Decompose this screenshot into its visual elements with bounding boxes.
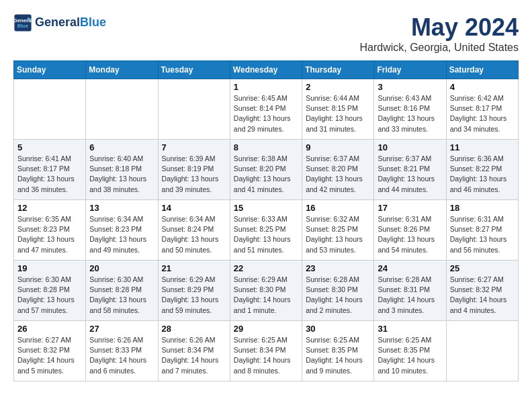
calendar-cell <box>14 79 86 140</box>
day-info: Sunrise: 6:35 AM Sunset: 8:23 PM Dayligh… <box>17 214 82 255</box>
day-info: Sunrise: 6:25 AM Sunset: 8:35 PM Dayligh… <box>378 335 442 376</box>
day-number: 3 <box>378 82 442 92</box>
calendar-cell: 6Sunrise: 6:40 AM Sunset: 8:18 PM Daylig… <box>86 140 158 200</box>
day-number: 18 <box>450 203 515 213</box>
day-info: Sunrise: 6:25 AM Sunset: 8:34 PM Dayligh… <box>234 335 298 376</box>
calendar-cell: 21Sunrise: 6:29 AM Sunset: 8:29 PM Dayli… <box>158 261 230 321</box>
calendar-cell: 23Sunrise: 6:28 AM Sunset: 8:30 PM Dayli… <box>302 261 374 321</box>
calendar-cell <box>86 79 158 140</box>
day-number: 11 <box>450 142 515 152</box>
day-number: 1 <box>234 82 298 92</box>
calendar-cell: 11Sunrise: 6:36 AM Sunset: 8:22 PM Dayli… <box>446 140 518 200</box>
logo-icon: General Blue <box>13 13 32 32</box>
calendar-cell: 17Sunrise: 6:31 AM Sunset: 8:26 PM Dayli… <box>374 200 446 261</box>
calendar-body: 1Sunrise: 6:45 AM Sunset: 8:14 PM Daylig… <box>14 79 519 381</box>
day-number: 17 <box>378 203 442 213</box>
day-number: 6 <box>89 142 154 152</box>
days-header-row: SundayMondayTuesdayWednesdayThursdayFrid… <box>14 61 519 79</box>
day-number: 16 <box>306 203 370 213</box>
day-number: 28 <box>162 324 226 334</box>
day-header-tuesday: Tuesday <box>158 61 230 79</box>
day-header-friday: Friday <box>374 61 446 79</box>
day-info: Sunrise: 6:33 AM Sunset: 8:25 PM Dayligh… <box>234 214 298 255</box>
calendar-cell: 24Sunrise: 6:28 AM Sunset: 8:31 PM Dayli… <box>374 261 446 321</box>
day-number: 20 <box>89 263 154 273</box>
week-row-1: 1Sunrise: 6:45 AM Sunset: 8:14 PM Daylig… <box>14 79 519 140</box>
calendar-header: SundayMondayTuesdayWednesdayThursdayFrid… <box>14 61 519 79</box>
day-info: Sunrise: 6:41 AM Sunset: 8:17 PM Dayligh… <box>17 154 82 195</box>
calendar-subtitle: Hardwick, Georgia, United States <box>359 42 519 54</box>
day-header-thursday: Thursday <box>302 61 374 79</box>
day-info: Sunrise: 6:37 AM Sunset: 8:21 PM Dayligh… <box>378 154 442 195</box>
calendar-cell: 22Sunrise: 6:29 AM Sunset: 8:30 PM Dayli… <box>230 261 302 321</box>
title-block: May 2024 Hardwick, Georgia, United State… <box>359 13 519 54</box>
day-number: 23 <box>306 263 370 273</box>
calendar-cell: 5Sunrise: 6:41 AM Sunset: 8:17 PM Daylig… <box>14 140 86 200</box>
day-info: Sunrise: 6:28 AM Sunset: 8:31 PM Dayligh… <box>378 275 442 316</box>
day-info: Sunrise: 6:26 AM Sunset: 8:34 PM Dayligh… <box>162 335 226 376</box>
day-info: Sunrise: 6:30 AM Sunset: 8:28 PM Dayligh… <box>17 275 82 316</box>
day-info: Sunrise: 6:38 AM Sunset: 8:20 PM Dayligh… <box>234 154 298 195</box>
day-number: 31 <box>378 324 442 334</box>
day-number: 5 <box>17 142 82 152</box>
day-number: 13 <box>89 203 154 213</box>
day-info: Sunrise: 6:26 AM Sunset: 8:33 PM Dayligh… <box>89 335 154 376</box>
day-number: 25 <box>450 263 515 273</box>
calendar-table: SundayMondayTuesdayWednesdayThursdayFrid… <box>13 60 519 381</box>
day-number: 10 <box>378 142 442 152</box>
week-row-3: 12Sunrise: 6:35 AM Sunset: 8:23 PM Dayli… <box>14 200 519 261</box>
calendar-cell: 4Sunrise: 6:42 AM Sunset: 8:17 PM Daylig… <box>446 79 518 140</box>
day-info: Sunrise: 6:29 AM Sunset: 8:29 PM Dayligh… <box>162 275 226 316</box>
day-info: Sunrise: 6:36 AM Sunset: 8:22 PM Dayligh… <box>450 154 515 195</box>
day-info: Sunrise: 6:30 AM Sunset: 8:28 PM Dayligh… <box>89 275 154 316</box>
day-info: Sunrise: 6:43 AM Sunset: 8:16 PM Dayligh… <box>378 93 442 134</box>
day-header-wednesday: Wednesday <box>230 61 302 79</box>
day-header-monday: Monday <box>86 61 158 79</box>
day-info: Sunrise: 6:27 AM Sunset: 8:32 PM Dayligh… <box>450 275 515 316</box>
day-number: 22 <box>234 263 298 273</box>
day-info: Sunrise: 6:39 AM Sunset: 8:19 PM Dayligh… <box>162 154 226 195</box>
day-number: 29 <box>234 324 298 334</box>
day-number: 30 <box>306 324 370 334</box>
day-info: Sunrise: 6:34 AM Sunset: 8:23 PM Dayligh… <box>89 214 154 255</box>
calendar-cell: 7Sunrise: 6:39 AM Sunset: 8:19 PM Daylig… <box>158 140 230 200</box>
day-info: Sunrise: 6:29 AM Sunset: 8:30 PM Dayligh… <box>234 275 298 316</box>
calendar-cell: 27Sunrise: 6:26 AM Sunset: 8:33 PM Dayli… <box>86 321 158 381</box>
calendar-cell: 9Sunrise: 6:37 AM Sunset: 8:20 PM Daylig… <box>302 140 374 200</box>
calendar-cell: 18Sunrise: 6:31 AM Sunset: 8:27 PM Dayli… <box>446 200 518 261</box>
calendar-cell: 31Sunrise: 6:25 AM Sunset: 8:35 PM Dayli… <box>374 321 446 381</box>
day-number: 19 <box>17 263 82 273</box>
day-info: Sunrise: 6:28 AM Sunset: 8:30 PM Dayligh… <box>306 275 370 316</box>
day-number: 15 <box>234 203 298 213</box>
calendar-cell: 19Sunrise: 6:30 AM Sunset: 8:28 PM Dayli… <box>14 261 86 321</box>
calendar-cell: 1Sunrise: 6:45 AM Sunset: 8:14 PM Daylig… <box>230 79 302 140</box>
calendar-cell: 15Sunrise: 6:33 AM Sunset: 8:25 PM Dayli… <box>230 200 302 261</box>
day-number: 4 <box>450 82 515 92</box>
calendar-cell: 26Sunrise: 6:27 AM Sunset: 8:32 PM Dayli… <box>14 321 86 381</box>
day-info: Sunrise: 6:31 AM Sunset: 8:26 PM Dayligh… <box>378 214 442 255</box>
calendar-cell: 13Sunrise: 6:34 AM Sunset: 8:23 PM Dayli… <box>86 200 158 261</box>
day-info: Sunrise: 6:34 AM Sunset: 8:24 PM Dayligh… <box>162 214 226 255</box>
day-info: Sunrise: 6:37 AM Sunset: 8:20 PM Dayligh… <box>306 154 370 195</box>
page-header: General Blue GeneralBlue May 2024 Hardwi… <box>13 13 519 54</box>
svg-text:General: General <box>13 17 32 24</box>
day-info: Sunrise: 6:32 AM Sunset: 8:25 PM Dayligh… <box>306 214 370 255</box>
day-number: 21 <box>162 263 226 273</box>
day-number: 12 <box>17 203 82 213</box>
calendar-cell: 29Sunrise: 6:25 AM Sunset: 8:34 PM Dayli… <box>230 321 302 381</box>
week-row-5: 26Sunrise: 6:27 AM Sunset: 8:32 PM Dayli… <box>14 321 519 381</box>
calendar-cell <box>158 79 230 140</box>
calendar-cell: 10Sunrise: 6:37 AM Sunset: 8:21 PM Dayli… <box>374 140 446 200</box>
day-header-sunday: Sunday <box>14 61 86 79</box>
calendar-cell: 16Sunrise: 6:32 AM Sunset: 8:25 PM Dayli… <box>302 200 374 261</box>
day-number: 2 <box>306 82 370 92</box>
logo: General Blue GeneralBlue <box>13 13 106 32</box>
calendar-cell <box>446 321 518 381</box>
calendar-title: May 2024 <box>359 13 519 42</box>
day-number: 26 <box>17 324 82 334</box>
calendar-cell: 20Sunrise: 6:30 AM Sunset: 8:28 PM Dayli… <box>86 261 158 321</box>
day-info: Sunrise: 6:31 AM Sunset: 8:27 PM Dayligh… <box>450 214 515 255</box>
day-info: Sunrise: 6:40 AM Sunset: 8:18 PM Dayligh… <box>89 154 154 195</box>
day-number: 7 <box>162 142 226 152</box>
calendar-cell: 8Sunrise: 6:38 AM Sunset: 8:20 PM Daylig… <box>230 140 302 200</box>
